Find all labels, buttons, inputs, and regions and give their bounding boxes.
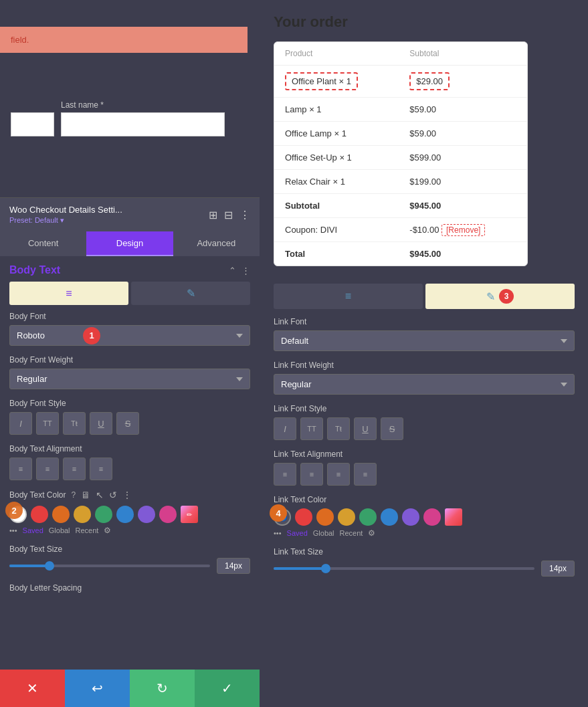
color-swatch-red[interactable] — [31, 506, 48, 523]
link-text-color-group: Link Text Color 🔵 4 ••• Save — [274, 495, 575, 538]
talt-btn[interactable]: Tŧ — [63, 412, 86, 435]
link-color-swatch-yellow[interactable] — [338, 508, 355, 526]
body-tab-btn-2[interactable]: ✎ — [131, 282, 250, 305]
body-text-controls: ⌃ ⋮ — [229, 266, 250, 276]
link-slider-thumb[interactable] — [321, 564, 330, 573]
link-talt-btn[interactable]: Tŧ — [327, 417, 350, 440]
color-swatches-row: 2 ✏ — [9, 506, 250, 523]
link-font-select[interactable]: Default — [274, 330, 575, 351]
collapse-icon[interactable]: ⌃ — [229, 266, 236, 276]
cursor-icon[interactable]: ↖ — [96, 490, 104, 500]
align-justify-btn[interactable]: ≡ — [90, 458, 112, 480]
size-value: 14px — [217, 558, 250, 574]
color-swatch-blue[interactable] — [116, 506, 134, 523]
link-align-center-btn[interactable]: ≡ — [300, 463, 323, 486]
redo-button[interactable]: ↻ — [130, 670, 195, 707]
link-size-slider[interactable] — [274, 567, 534, 570]
settings-icon-more[interactable]: ⋮ — [239, 209, 250, 221]
table-row: Relax Chair × 1 $199.00 — [274, 170, 527, 194]
link-font-label: Link Font — [274, 317, 575, 326]
body-text-header: Body Text ⌃ ⋮ — [0, 256, 260, 282]
link-color-swatch-orange[interactable] — [316, 508, 334, 526]
cancel-button[interactable]: ✕ — [0, 670, 65, 707]
link-align-justify-btn[interactable]: ≡ — [354, 463, 377, 486]
link-settings-cog[interactable]: ⚙ — [368, 528, 375, 538]
color-swatch-pink[interactable] — [159, 506, 177, 523]
col-subtotal: Subtotal — [399, 42, 527, 66]
table-row: Total $945.00 — [274, 242, 527, 266]
link-strikethrough-btn[interactable]: S — [381, 417, 403, 440]
align-buttons: ≡ ≡ ≡ ≡ — [9, 458, 250, 480]
body-tab-btn-1[interactable]: ≡ — [9, 282, 128, 305]
dots-more[interactable]: ••• — [9, 526, 17, 534]
link-size-value: 14px — [541, 561, 575, 577]
link-slider-track — [274, 567, 326, 570]
link-color-tool-wrapper: 🔵 4 — [274, 508, 291, 526]
link-tab-btn-1[interactable]: ≡ — [274, 284, 423, 309]
body-font-weight-group: Body Font Weight Regular — [9, 355, 250, 389]
product-cell: Office Lamp × 1 — [274, 122, 399, 146]
undo-button[interactable]: ↩ — [65, 670, 130, 707]
remove-link[interactable]: [Remove] — [442, 224, 485, 236]
color-swatch-orange[interactable] — [52, 506, 70, 523]
italic-btn[interactable]: I — [9, 412, 32, 435]
link-underline-btn[interactable]: U — [354, 417, 377, 440]
tab-advanced[interactable]: Advanced — [173, 231, 260, 256]
strikethrough-btn[interactable]: S — [116, 412, 139, 435]
color-swatch-green[interactable] — [95, 506, 112, 523]
link-color-label-row: ••• Saved Global Recent ⚙ — [274, 528, 575, 538]
color-swatch-white-wrapper: 2 — [9, 506, 27, 523]
size-slider[interactable] — [9, 565, 210, 567]
product-cell: Office Plant × 1 — [274, 66, 399, 98]
color-swatch-purple[interactable] — [138, 506, 155, 523]
link-font-weight-select[interactable]: Regular — [274, 374, 575, 395]
link-color-swatch-blue[interactable] — [381, 508, 398, 526]
tab-design[interactable]: Design — [86, 231, 173, 256]
tt-btn[interactable]: TT — [36, 412, 59, 435]
first-name-input[interactable] — [11, 112, 54, 136]
align-left-btn[interactable]: ≡ — [9, 458, 32, 480]
link-align-left-btn[interactable]: ≡ — [274, 463, 296, 486]
link-italic-btn[interactable]: I — [274, 417, 296, 440]
link-tt-btn[interactable]: TT — [300, 417, 323, 440]
reset-icon[interactable]: ↺ — [109, 490, 117, 500]
align-center-btn[interactable]: ≡ — [36, 458, 59, 480]
color-more-icon[interactable]: ⋮ — [122, 490, 132, 500]
confirm-button[interactable]: ✓ — [195, 670, 260, 707]
table-row: Office Set-Up × 1 $599.00 — [274, 146, 527, 170]
tab-content[interactable]: Content — [0, 231, 86, 256]
settings-cog-icon[interactable]: ⚙ — [104, 526, 111, 535]
link-dots-more[interactable]: ••• — [274, 529, 282, 537]
body-font-style-label: Body Font Style — [9, 399, 250, 408]
settings-icon-layout[interactable]: ⊟ — [224, 209, 233, 221]
badge-2: 2 — [5, 502, 23, 519]
link-gradient-swatch[interactable] — [445, 508, 462, 526]
align-right-btn[interactable]: ≡ — [63, 458, 86, 480]
body-font-weight-select[interactable]: Regular — [9, 369, 250, 389]
last-name-input[interactable] — [61, 112, 225, 136]
link-color-swatch-purple[interactable] — [402, 508, 419, 526]
body-font-select[interactable]: Roboto — [9, 325, 250, 346]
body-text-align-label: Body Text Alignment — [9, 444, 250, 453]
link-color-swatch-green[interactable] — [359, 508, 377, 526]
underline-btn[interactable]: U — [90, 412, 112, 435]
product-cell: Subtotal — [274, 194, 399, 218]
badge-1: 1 — [83, 327, 100, 344]
link-text-color-label: Link Text Color — [274, 495, 575, 504]
link-tab-btn-2[interactable]: ✎ 3 — [425, 284, 575, 309]
gradient-swatch[interactable]: ✏ — [181, 506, 198, 523]
slider-thumb[interactable] — [45, 561, 54, 571]
link-color-swatch-red[interactable] — [295, 508, 312, 526]
table-row: Office Lamp × 1 $59.00 — [274, 122, 527, 146]
right-panel: Your order Product Subtotal Office Plant… — [260, 0, 588, 606]
link-color-swatch-pink[interactable] — [423, 508, 441, 526]
more-icon[interactable]: ⋮ — [241, 266, 250, 276]
link-settings-section: ≡ ✎ 3 Link Font Default Link Font Weight… — [274, 277, 575, 593]
question-icon: ? — [72, 490, 76, 500]
color-swatch-yellow[interactable] — [74, 506, 91, 523]
settings-icon-grid[interactable]: ⊞ — [209, 209, 217, 221]
link-font-style-group: Link Font Style I TT Tŧ U S — [274, 404, 575, 440]
monitor-icon[interactable]: 🖥 — [81, 490, 90, 500]
saved-label: Saved — [23, 526, 43, 534]
link-align-right-btn[interactable]: ≡ — [327, 463, 350, 486]
